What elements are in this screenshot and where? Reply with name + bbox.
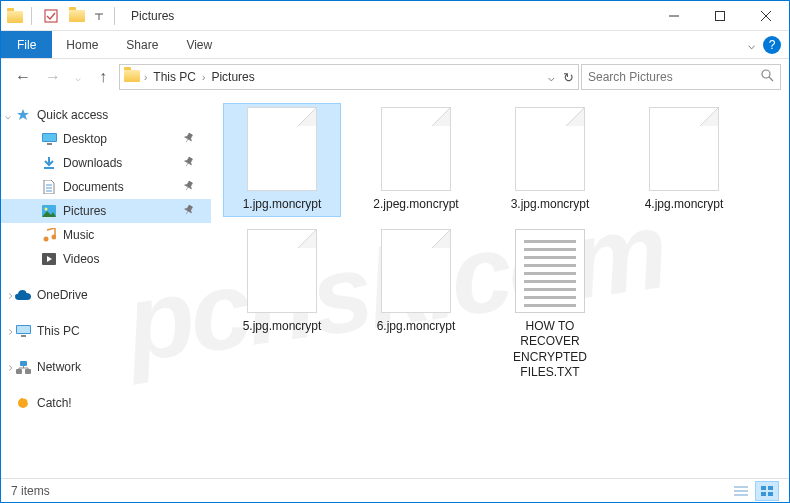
file-thumbnail: [511, 107, 589, 193]
minimize-button[interactable]: [651, 1, 697, 31]
nav-up-button[interactable]: ↑: [89, 63, 117, 91]
desktop-icon: [41, 131, 57, 147]
breadcrumb-pictures[interactable]: Pictures: [209, 70, 256, 84]
star-icon: [15, 107, 31, 123]
window-controls: [651, 1, 789, 31]
qat-customize-icon[interactable]: [92, 5, 106, 27]
close-button[interactable]: [743, 1, 789, 31]
sidebar-item-label: Downloads: [63, 156, 122, 170]
music-icon: [41, 227, 57, 243]
file-item[interactable]: HOW TO RECOVER ENCRYPTED FILES.TXT: [491, 225, 609, 385]
file-name: 6.jpg.moncrypt: [377, 319, 456, 335]
sidebar-item-documents[interactable]: Documents: [1, 175, 211, 199]
pin-icon: [181, 179, 196, 194]
nav-onedrive[interactable]: ⌵ OneDrive: [1, 283, 211, 307]
nav-quick-access[interactable]: ⌵ Quick access: [1, 103, 211, 127]
nav-back-button[interactable]: ←: [9, 63, 37, 91]
sidebar-item-pictures[interactable]: Pictures: [1, 199, 211, 223]
ribbon-file-tab[interactable]: File: [1, 31, 52, 58]
svg-point-15: [45, 208, 48, 211]
sidebar-item-videos[interactable]: Videos: [1, 247, 211, 271]
help-icon[interactable]: ?: [763, 36, 781, 54]
nav-this-pc[interactable]: ⌵ This PC: [1, 319, 211, 343]
view-switcher: [729, 481, 779, 501]
address-folder-icon: [124, 68, 140, 86]
icons-view-button[interactable]: [755, 481, 779, 501]
catch-icon: [15, 395, 31, 411]
chevron-right-icon[interactable]: ›: [202, 72, 205, 83]
svg-rect-22: [20, 361, 27, 366]
file-thumbnail: [511, 229, 589, 315]
svg-rect-36: [768, 492, 773, 496]
ribbon-right: ⌵ ?: [748, 31, 789, 58]
details-view-button[interactable]: [729, 481, 753, 501]
ribbon-tab-home[interactable]: Home: [52, 31, 112, 58]
pin-icon: [181, 131, 196, 146]
chevron-right-icon[interactable]: ›: [144, 72, 147, 83]
sidebar-item-label: Videos: [63, 252, 99, 266]
explorer-icon: [7, 8, 23, 24]
nav-forward-button[interactable]: →: [39, 63, 67, 91]
ribbon-tab-share[interactable]: Share: [112, 31, 172, 58]
chevron-right-icon[interactable]: ⌵: [3, 292, 14, 298]
titlebar-left: Pictures: [1, 5, 174, 27]
status-bar: 7 items: [1, 478, 789, 502]
svg-point-16: [43, 237, 48, 242]
file-item[interactable]: 4.jpg.moncrypt: [625, 103, 743, 217]
separator: [31, 7, 32, 25]
address-dropdown-icon[interactable]: ⌵: [548, 71, 555, 84]
network-icon: [15, 359, 31, 375]
svg-rect-10: [44, 167, 54, 169]
window-title: Pictures: [131, 9, 174, 23]
sidebar-item-downloads[interactable]: Downloads: [1, 151, 211, 175]
refresh-icon[interactable]: ↻: [563, 70, 574, 85]
file-item[interactable]: 3.jpg.moncrypt: [491, 103, 609, 217]
nav-group-catch: Catch!: [1, 391, 211, 415]
nav-catch[interactable]: Catch!: [1, 391, 211, 415]
svg-rect-9: [47, 143, 52, 145]
svg-rect-33: [761, 486, 766, 490]
file-item[interactable]: 2.jpeg.moncrypt: [357, 103, 475, 217]
search-input[interactable]: [588, 70, 761, 84]
ribbon: File Home Share View ⌵ ?: [1, 31, 789, 59]
file-name: 2.jpeg.moncrypt: [373, 197, 458, 213]
search-box[interactable]: [581, 64, 781, 90]
blank-file-icon: [247, 229, 317, 313]
content-area[interactable]: 1.jpg.moncrypt2.jpeg.moncrypt3.jpg.moncr…: [211, 95, 789, 477]
address-bar[interactable]: › This PC › Pictures ⌵ ↻: [119, 64, 579, 90]
pictures-icon: [41, 203, 57, 219]
file-name: 1.jpg.moncrypt: [243, 197, 322, 213]
qat-newfolder-icon[interactable]: [66, 5, 88, 27]
file-name: 4.jpg.moncrypt: [645, 197, 724, 213]
nav-group-thispc: ⌵ This PC: [1, 319, 211, 343]
nav-group-network: ⌵ Network: [1, 355, 211, 379]
svg-rect-21: [21, 335, 26, 337]
navigation-pane: ⌵ Quick access DesktopDownloadsDocuments…: [1, 95, 211, 477]
nav-label: Quick access: [37, 108, 108, 122]
ribbon-expand-icon[interactable]: ⌵: [748, 38, 755, 52]
file-item[interactable]: 5.jpg.moncrypt: [223, 225, 341, 385]
nav-recent-dropdown[interactable]: ⌵: [69, 63, 87, 91]
maximize-button[interactable]: [697, 1, 743, 31]
chevron-right-icon[interactable]: ⌵: [3, 328, 14, 334]
nav-network[interactable]: ⌵ Network: [1, 355, 211, 379]
file-item[interactable]: 6.jpg.moncrypt: [357, 225, 475, 385]
qat-properties-icon[interactable]: [40, 5, 62, 27]
nav-label: OneDrive: [37, 288, 88, 302]
sidebar-item-label: Pictures: [63, 204, 106, 218]
nav-group-quick-access: ⌵ Quick access DesktopDownloadsDocuments…: [1, 103, 211, 271]
svg-rect-35: [761, 492, 766, 496]
status-item-count: 7 items: [11, 484, 50, 498]
svg-rect-34: [768, 486, 773, 490]
search-icon[interactable]: [761, 68, 774, 86]
ribbon-tab-view[interactable]: View: [172, 31, 226, 58]
sidebar-item-music[interactable]: Music: [1, 223, 211, 247]
chevron-down-icon[interactable]: ⌵: [5, 110, 11, 121]
file-item[interactable]: 1.jpg.moncrypt: [223, 103, 341, 217]
file-name: 5.jpg.moncrypt: [243, 319, 322, 335]
sidebar-item-desktop[interactable]: Desktop: [1, 127, 211, 151]
pc-icon: [15, 323, 31, 339]
breadcrumb-thispc[interactable]: This PC: [151, 70, 198, 84]
svg-rect-20: [17, 326, 30, 333]
chevron-right-icon[interactable]: ⌵: [3, 364, 14, 370]
